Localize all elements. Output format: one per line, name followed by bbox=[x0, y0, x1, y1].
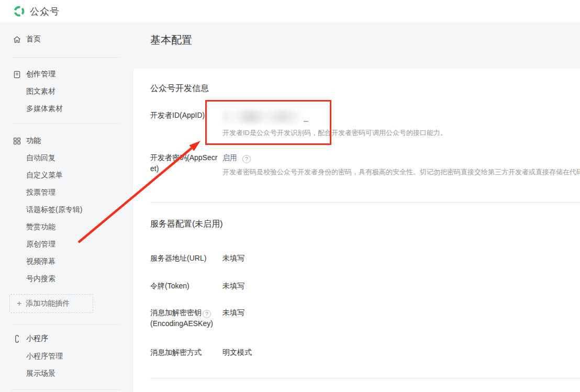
sidebar-item-display-scene[interactable]: 展示场景 bbox=[0, 368, 131, 379]
appsecret-label: 开发者密码(AppSecret) bbox=[150, 152, 219, 177]
grid-icon bbox=[13, 137, 21, 145]
sidebar-divider bbox=[10, 389, 120, 390]
plus-icon: + bbox=[17, 299, 21, 308]
enable-appsecret-link[interactable]: 启用 bbox=[222, 153, 237, 162]
sidebar-divider bbox=[10, 57, 120, 58]
miniprogram-icon bbox=[13, 334, 21, 343]
encrypt-mode-label: 消息加解密方式 bbox=[150, 347, 219, 358]
appid-label: 开发者ID(AppID) bbox=[150, 110, 219, 138]
token-value: 未填写 bbox=[222, 281, 244, 292]
sidebar-subitem-label: 话题标签(原专辑) bbox=[26, 205, 82, 215]
server-url-label: 服务器地址(URL) bbox=[150, 253, 219, 264]
sidebar-subitem-label: 视频弹幕 bbox=[26, 257, 55, 266]
appsecret-row: 开发者密码(AppSecret) 启用 ? 开发者密码是校验公众号开发者身份的密… bbox=[150, 152, 570, 177]
sidebar: 首页 创作管理 图文素材 多媒体素材 功能 自动回复 自定义菜单 投票管理 话题… bbox=[0, 23, 131, 392]
sidebar-subitem-label: 展示场景 bbox=[26, 369, 55, 378]
sidebar-item-custom-menu[interactable]: 自定义菜单 bbox=[0, 170, 131, 181]
encrypt-mode-value: 明文模式 bbox=[222, 347, 252, 358]
token-row: 令牌(Token) 未填写 bbox=[150, 281, 570, 292]
appid-value-area: 开发者ID是公众号开发识别码，配合开发者密码可调用公众号的接口能力。 bbox=[222, 110, 447, 138]
sidebar-subitem-label: 投票管理 bbox=[26, 188, 55, 197]
sidebar-item-miniprogram[interactable]: 小程序 bbox=[0, 333, 131, 344]
appid-redacted-value bbox=[222, 110, 302, 123]
sidebar-item-label: 首页 bbox=[26, 35, 41, 44]
bottom-divider bbox=[150, 378, 580, 378]
section-divider bbox=[150, 202, 580, 203]
appid-row: 开发者ID(AppID) 开发者ID是公众号开发识别码，配合开发者密码可调用公众… bbox=[150, 110, 570, 138]
sidebar-divider bbox=[10, 324, 120, 325]
sidebar-item-creation[interactable]: 创作管理 bbox=[0, 69, 131, 80]
sidebar-item-reward[interactable]: 赞赏功能 bbox=[0, 222, 131, 232]
sidebar-subitem-label: 原创管理 bbox=[26, 240, 55, 249]
server-config-section-title: 服务器配置(未启用) bbox=[150, 218, 570, 230]
sidebar-item-features[interactable]: 功能 bbox=[0, 136, 131, 146]
appsecret-help-icon[interactable]: ? bbox=[242, 155, 251, 163]
sidebar-item-original-management[interactable]: 原创管理 bbox=[0, 239, 131, 250]
add-plugin-label: 添加功能插件 bbox=[26, 299, 70, 308]
sidebar-subitem-label: 赞赏功能 bbox=[26, 222, 55, 232]
sidebar-subitem-label: 自动回复 bbox=[26, 153, 55, 163]
encrypt-mode-row: 消息加解密方式 明文模式 bbox=[150, 347, 570, 358]
sidebar-item-miniprogram-management[interactable]: 小程序管理 bbox=[0, 351, 131, 362]
sidebar-subitem-label: 号内搜索 bbox=[26, 274, 55, 284]
sidebar-subitem-label: 图文素材 bbox=[26, 87, 55, 96]
brand-name: 公众号 bbox=[30, 5, 60, 18]
sidebar-subitem-label: 自定义菜单 bbox=[26, 171, 63, 180]
document-icon bbox=[13, 70, 21, 79]
aes-key-help-icon[interactable]: ? bbox=[203, 310, 211, 318]
sidebar-subitem-label: 多媒体素材 bbox=[26, 104, 63, 114]
home-icon bbox=[13, 35, 21, 44]
appsecret-description: 开发者密码是校验公众号开发者身份的密码，具有极高的安全性。切记勿把密码直接交给第… bbox=[222, 167, 580, 177]
sidebar-item-label: 创作管理 bbox=[26, 70, 55, 79]
sidebar-item-video-danmu[interactable]: 视频弹幕 bbox=[0, 256, 131, 267]
aes-key-label-line1: 消息加解密密钥 bbox=[150, 308, 202, 317]
sidebar-item-in-account-search[interactable]: 号内搜索 bbox=[0, 274, 131, 284]
dev-info-section-title: 公众号开发信息 bbox=[150, 83, 570, 94]
server-url-value: 未填写 bbox=[222, 253, 244, 264]
sidebar-item-multimedia-material[interactable]: 多媒体素材 bbox=[0, 104, 131, 114]
sidebar-item-label: 功能 bbox=[26, 136, 41, 145]
sidebar-item-vote-management[interactable]: 投票管理 bbox=[0, 187, 131, 198]
sidebar-subitem-label: 小程序管理 bbox=[26, 352, 63, 361]
aes-key-label-line2: (EncodingAESKey) bbox=[150, 318, 219, 329]
sidebar-item-topic-tags[interactable]: 话题标签(原专辑) bbox=[0, 205, 131, 215]
server-url-row: 服务器地址(URL) 未填写 bbox=[150, 253, 570, 264]
page-title: 基本配置 bbox=[150, 32, 580, 47]
sidebar-divider bbox=[10, 124, 120, 124]
sidebar-item-home[interactable]: 首页 bbox=[0, 34, 131, 44]
aes-key-value: 未填写 bbox=[222, 307, 244, 329]
sidebar-item-image-text-material[interactable]: 图文素材 bbox=[0, 86, 131, 97]
token-label: 令牌(Token) bbox=[150, 281, 219, 292]
aes-key-row: 消息加解密密钥? (EncodingAESKey) 未填写 bbox=[150, 307, 570, 329]
aes-key-label: 消息加解密密钥? (EncodingAESKey) bbox=[150, 307, 219, 329]
redaction-blur bbox=[222, 110, 302, 123]
sidebar-item-label: 小程序 bbox=[26, 334, 48, 343]
add-plugin-button[interactable]: + 添加功能插件 bbox=[9, 294, 93, 313]
settings-card: 公众号开发信息 开发者ID(AppID) 开发者ID是公众号开发识别码，配合开发… bbox=[133, 69, 580, 392]
brand-logo-icon bbox=[13, 5, 25, 17]
app-header: 公众号 bbox=[0, 0, 580, 23]
appid-description: 开发者ID是公众号开发识别码，配合开发者密码可调用公众号的接口能力。 bbox=[222, 128, 447, 138]
redaction-dash bbox=[304, 121, 308, 122]
appsecret-value-area: 启用 ? 开发者密码是校验公众号开发者身份的密码，具有极高的安全性。切记勿把密码… bbox=[222, 152, 580, 177]
sidebar-item-auto-reply[interactable]: 自动回复 bbox=[0, 153, 131, 163]
main-content: 基本配置 公众号开发信息 开发者ID(AppID) 开发者ID是公众号开发识别码… bbox=[131, 23, 580, 392]
